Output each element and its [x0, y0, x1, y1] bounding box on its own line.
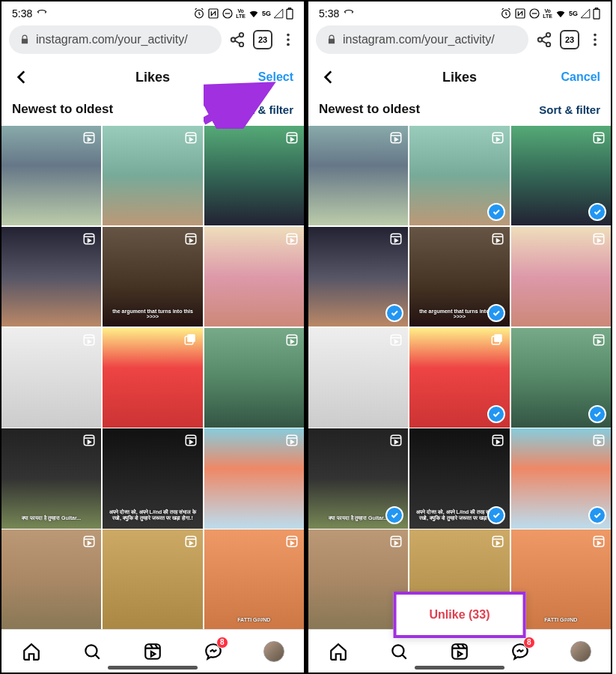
home-icon: [22, 642, 41, 661]
grid-item[interactable]: [103, 328, 202, 428]
nav-search[interactable]: [384, 637, 414, 667]
svg-rect-3: [287, 9, 293, 19]
likes-grid[interactable]: the argument that turns into this >>>>क्…: [308, 126, 611, 629]
volte-icon: VoLTE: [543, 8, 552, 19]
grid-item[interactable]: [409, 328, 509, 428]
reel-badge-icon: [490, 433, 505, 448]
select-button[interactable]: Select: [258, 70, 293, 84]
grid-item[interactable]: [204, 328, 304, 428]
lock-icon: [19, 34, 30, 45]
svg-rect-43: [594, 133, 604, 143]
nav-search[interactable]: [77, 637, 107, 667]
share-button[interactable]: [536, 31, 552, 48]
caption-overlay: the argument that turns into this >>>>: [107, 309, 198, 319]
more-vert-icon: [280, 31, 296, 48]
grid-item[interactable]: [204, 227, 304, 327]
url-bar[interactable]: instagram.com/your_activity/: [9, 25, 222, 54]
nfc-icon: [207, 7, 219, 19]
nav-profile[interactable]: [259, 637, 289, 667]
nav-messages[interactable]: 8: [198, 637, 228, 667]
more-vert-icon: [587, 31, 603, 48]
carousel-badge-icon: [183, 333, 198, 347]
overflow-menu-button[interactable]: [587, 31, 603, 48]
nav-reels[interactable]: [138, 637, 168, 667]
overflow-menu-button[interactable]: [280, 31, 296, 48]
status-bar: 5:38 VoLTE 5G: [308, 1, 611, 21]
signal-icon: [273, 8, 284, 19]
reel-badge-icon: [284, 433, 299, 448]
reel-badge-icon: [284, 231, 299, 246]
nav-messages[interactable]: 8: [505, 637, 535, 667]
grid-item[interactable]: [308, 227, 408, 327]
selected-check-icon: [588, 506, 606, 524]
grid-item[interactable]: FATTI G##ND: [511, 529, 611, 629]
sort-filter-button[interactable]: Sort & filter: [539, 103, 600, 116]
svg-point-8: [287, 34, 290, 37]
grid-item[interactable]: [308, 328, 408, 428]
tab-count: 23: [258, 35, 267, 44]
grid-item[interactable]: FATTI G##ND: [204, 529, 304, 629]
svg-point-36: [538, 37, 543, 42]
grid-item[interactable]: [1, 328, 101, 428]
grid-item[interactable]: [1, 126, 101, 225]
grid-item[interactable]: the argument that turns into this >>>>: [103, 227, 202, 327]
grid-item[interactable]: [103, 126, 202, 225]
dnd-icon: [222, 7, 234, 19]
grid-item[interactable]: [511, 126, 611, 225]
reel-badge-icon: [284, 534, 299, 549]
sort-filter-button[interactable]: Sort & filter: [232, 103, 293, 116]
unlike-button[interactable]: Unlike (33): [394, 592, 526, 638]
grid-item[interactable]: [511, 227, 611, 327]
nav-reels[interactable]: [445, 637, 475, 667]
nfc-icon: [514, 7, 526, 19]
back-button[interactable]: [319, 67, 338, 87]
svg-point-27: [86, 645, 97, 656]
reel-badge-icon: [591, 534, 606, 549]
reel-badge-icon: [284, 333, 299, 347]
grid-item[interactable]: the argument that turns into this >>>>: [409, 227, 509, 327]
likes-grid[interactable]: the argument that turns into this >>>>क्…: [1, 126, 304, 629]
status-time: 5:38: [319, 7, 339, 19]
grid-item[interactable]: [1, 227, 101, 327]
wifi-icon: [555, 7, 567, 19]
selected-check-icon: [487, 405, 505, 423]
cancel-button[interactable]: Cancel: [561, 70, 600, 84]
home-indicator[interactable]: [415, 666, 504, 670]
grid-item[interactable]: [511, 328, 611, 428]
nav-home[interactable]: [16, 637, 46, 667]
grid-item[interactable]: अपने दोस्त को, अपने L#nd की तरह संभाल के…: [103, 428, 202, 528]
reel-badge-icon: [388, 231, 403, 246]
reel-badge-icon: [490, 130, 505, 145]
url-bar[interactable]: instagram.com/your_activity/: [316, 25, 528, 54]
grid-item[interactable]: अपने दोस्त को, अपने L#nd की तरह संभाल के…: [409, 428, 509, 528]
tabs-button[interactable]: 23: [253, 30, 272, 49]
share-button[interactable]: [229, 31, 246, 48]
grid-item[interactable]: [308, 126, 408, 225]
dnd-icon: [528, 7, 540, 19]
grid-item[interactable]: [204, 126, 304, 225]
grid-item[interactable]: [511, 428, 611, 528]
home-indicator[interactable]: [108, 666, 198, 670]
tabs-button[interactable]: 23: [560, 30, 579, 49]
svg-point-7: [240, 43, 244, 46]
page-header: Likes Cancel: [308, 60, 611, 96]
nav-profile[interactable]: [566, 637, 596, 667]
network-5g-icon: 5G: [569, 10, 578, 17]
back-button[interactable]: [12, 67, 31, 87]
grid-item[interactable]: क्या फायदा है तुम्हारा Guitar...: [308, 428, 408, 528]
call-missed-icon: [344, 8, 354, 19]
nav-home[interactable]: [323, 637, 353, 667]
svg-rect-34: [595, 8, 597, 10]
reel-badge-icon: [82, 231, 97, 246]
grid-item[interactable]: [103, 529, 202, 629]
grid-item[interactable]: [1, 529, 101, 629]
caption-overlay: अपने दोस्त को, अपने L#nd की तरह संभाल के…: [107, 509, 198, 521]
sort-row: Newest to oldest Sort & filter: [1, 96, 304, 126]
grid-item[interactable]: [409, 126, 509, 225]
svg-rect-41: [391, 133, 402, 143]
grid-item[interactable]: क्या फायदा है तुम्हारा Guitar...: [1, 428, 101, 528]
grid-item[interactable]: [204, 428, 304, 528]
svg-rect-15: [186, 234, 196, 244]
signal-icon: [580, 8, 591, 19]
svg-rect-25: [186, 536, 196, 547]
